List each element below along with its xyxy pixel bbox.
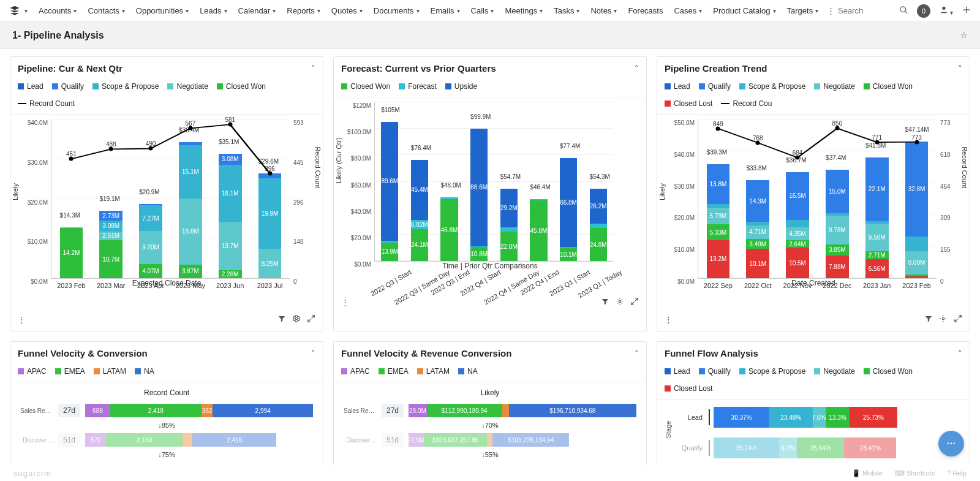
legend-item[interactable]: Scope & Propose [739,82,805,91]
funnel-segment[interactable]: $196,710,934.68 [509,404,636,417]
bar-segment[interactable]: 45.4M [411,160,428,220]
funnel-segment[interactable] [502,404,509,417]
funnel-segment[interactable]: 688 [85,404,110,417]
legend-item[interactable]: Closed Won [864,367,913,376]
flow-segment[interactable]: 25.64% [797,437,844,458]
nav-item-calls[interactable]: Calls▾ [471,6,494,15]
bar-segment[interactable]: 8.00M [905,251,929,275]
nav-item-reports[interactable]: Reports▾ [287,6,320,15]
funnel-segment[interactable]: 2,180 [106,433,183,447]
nav-more-icon[interactable]: ⋮ [827,6,835,15]
legend-item[interactable]: Scope & Propose [739,367,805,376]
nav-item-contacts[interactable]: Contacts▾ [88,6,124,15]
search-input[interactable] [838,6,893,15]
bar-segment[interactable]: 2.73M [99,211,123,221]
nav-item-notes[interactable]: Notes▾ [590,6,617,15]
bar-segment[interactable]: 32.8M [905,142,929,237]
legend-item[interactable]: NA [458,367,478,376]
funnel-segment[interactable]: 28.0M [409,404,427,417]
panel-menu-icon[interactable]: ⋮ [665,315,673,324]
nav-item-quotes[interactable]: Quotes▾ [331,6,363,15]
legend-item[interactable]: Negotiate [814,82,854,91]
bar-segment[interactable]: 29.2M [500,189,518,227]
legend-item[interactable]: Negotiate [814,367,854,376]
bar-segment[interactable] [905,276,929,278]
funnel-segment[interactable]: 382 [202,404,213,417]
bar-segment[interactable]: 16.5M [786,172,809,220]
nav-item-opportunities[interactable]: Opportunities▾ [136,6,189,15]
flow-segment[interactable]: 23.48% [769,407,812,428]
bar-segment[interactable]: 10.7M [99,240,123,278]
expand-icon[interactable] [307,314,315,325]
bar-segment[interactable]: 66.8M [560,158,577,247]
bar-segment[interactable]: 4.35M [786,227,809,240]
panel-menu-icon[interactable]: ⋮ [341,298,349,307]
logo-icon[interactable] [9,5,21,17]
legend-item[interactable]: EMEA [55,367,85,376]
expand-icon[interactable] [954,314,962,325]
legend-item[interactable]: Record Cou [721,99,772,108]
legend-item[interactable]: Lead [665,367,690,376]
filter-icon[interactable] [277,314,286,325]
filter-icon[interactable] [924,314,933,325]
bar-segment[interactable]: 2.71M [865,251,889,259]
bar-segment[interactable]: 15.0M [826,170,849,213]
bar-segment[interactable]: 9.50M [865,224,889,251]
bar-segment[interactable]: 24.8M [590,228,607,261]
legend-item[interactable]: LATAM [94,367,126,376]
bar-segment[interactable]: 15.1M [179,145,202,199]
assistant-fab[interactable] [938,431,964,456]
bar-segment[interactable]: 26.2M [590,189,607,224]
quick-create-icon[interactable] [962,5,971,17]
flow-segment[interactable]: 13.3% [826,407,850,428]
nav-item-calendar[interactable]: Calendar▾ [238,6,276,15]
legend-item[interactable]: Record Count [18,99,75,108]
footer-link[interactable]: ? Help [947,469,967,477]
funnel-segment[interactable]: $103,637,257.85 [424,433,487,447]
funnel-segment[interactable] [487,433,492,447]
funnel-segment[interactable] [183,433,192,447]
panel-menu-icon[interactable]: ⋮ [18,315,26,324]
bar-segment[interactable]: 10.1M [746,249,769,278]
funnel-segment[interactable]: $112,990,180.94 [427,404,502,417]
legend-item[interactable]: EMEA [379,367,409,376]
bar-segment[interactable]: 3.85M [826,244,849,256]
filter-icon[interactable] [601,297,609,308]
notification-badge[interactable]: 0 [917,4,930,18]
bar-segment[interactable]: 9.78M [826,216,849,244]
bar-segment[interactable]: 10.1M [560,248,577,261]
bar-segment[interactable]: 22.1M [865,157,889,221]
nav-item-targets[interactable]: Targets▾ [787,6,819,15]
legend-item[interactable]: APAC [341,367,370,376]
legend-item[interactable]: Qualify [52,82,84,91]
footer-link[interactable]: 📱 Mobile [852,469,882,477]
bar-segment[interactable]: 2.28M [219,270,242,278]
funnel-segment[interactable]: 22.0M [409,433,424,447]
legend-item[interactable]: Closed Lost [665,99,712,108]
collapse-icon[interactable]: ˄ [311,64,315,73]
collapse-icon[interactable]: ˄ [958,64,962,73]
legend-item[interactable]: LATAM [417,367,450,376]
bar-segment[interactable]: 45.8M [530,200,547,261]
legend-item[interactable]: Closed Lost [665,384,712,393]
legend-item[interactable]: Lead [18,82,43,91]
bar-segment[interactable] [590,224,607,228]
bar-segment[interactable] [905,237,929,251]
legend-item[interactable]: Negotiate [167,82,208,91]
bar-segment[interactable]: 8.25M [258,249,282,278]
bar-segment[interactable]: 2.51M [99,232,123,241]
bar-segment[interactable]: 89.6M [381,122,398,241]
collapse-icon[interactable]: ˄ [635,64,639,73]
legend-item[interactable]: Closed Won [341,82,390,91]
funnel-segment[interactable]: 2,416 [192,433,276,447]
collapse-icon[interactable]: ˄ [958,349,962,358]
bar-segment[interactable]: 13.7M [219,222,242,270]
bar-segment[interactable]: 13.8M [707,164,730,204]
legend-item[interactable]: APAC [18,367,47,376]
collapse-icon[interactable]: ˄ [635,349,639,358]
bar-segment[interactable]: 16.1M [219,165,242,222]
bar-segment[interactable]: 22.0M [500,232,518,261]
bar-segment[interactable]: 9.20M [139,231,162,263]
flow-segment[interactable]: 28.41% [844,437,896,458]
user-menu-icon[interactable]: ▾ [939,5,953,17]
